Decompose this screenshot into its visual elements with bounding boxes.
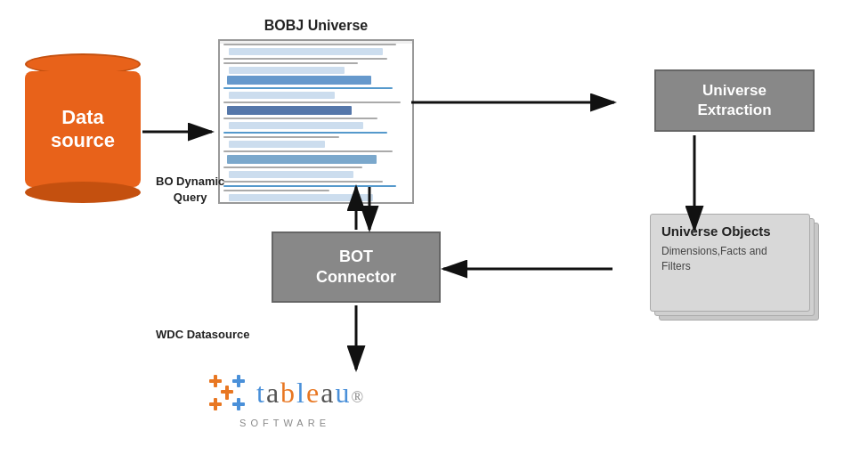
- cylinder-shape: Data source: [25, 62, 141, 196]
- page-main: Universe Objects Dimensions,Facts and Fi…: [650, 214, 810, 312]
- tableau-icon: tableau®: [205, 369, 365, 416]
- datasource-label: Data source: [51, 106, 115, 153]
- svg-rect-7: [232, 402, 245, 406]
- tableau-software-label: SOFTWARE: [239, 418, 330, 428]
- bot-connector-box: BOT Connector: [272, 231, 441, 303]
- svg-rect-5: [232, 379, 245, 383]
- bo-dynamic-query-label: BO DynamicQuery: [156, 174, 224, 206]
- bobj-screenshot: [218, 39, 414, 204]
- bobj-label: BOBJ Universe: [264, 18, 369, 34]
- cylinder-bottom: [25, 182, 141, 203]
- diagram-container: Data source BOBJ Universe: [0, 0, 868, 471]
- data-source: Data source: [25, 62, 141, 196]
- svg-rect-3: [209, 402, 222, 406]
- universe-extraction-box: Universe Extraction: [654, 69, 815, 132]
- tableau-icon-svg: [205, 369, 251, 416]
- bobj-screenshot-inner: [220, 44, 412, 204]
- wdc-datasource-label: WDC Datasource: [156, 328, 249, 341]
- cylinder-body: Data source: [25, 71, 141, 187]
- tableau-logo: tableau® SOFTWARE: [205, 369, 365, 428]
- svg-rect-9: [221, 390, 233, 394]
- page-stack: Universe Objects Dimensions,Facts and Fi…: [650, 214, 810, 321]
- universe-objects-container: Universe Objects Dimensions,Facts and Fi…: [650, 214, 828, 321]
- universe-objects-subtitle: Dimensions,Facts and Filters: [661, 244, 799, 274]
- universe-objects-title: Universe Objects: [661, 223, 799, 239]
- bot-connector-label: BOT Connector: [316, 247, 396, 288]
- tableau-wordmark: tableau®: [256, 377, 365, 410]
- svg-rect-1: [209, 379, 222, 383]
- universe-extraction-label: Universe Extraction: [697, 81, 771, 120]
- bobj-container: BOBJ Universe: [214, 18, 418, 204]
